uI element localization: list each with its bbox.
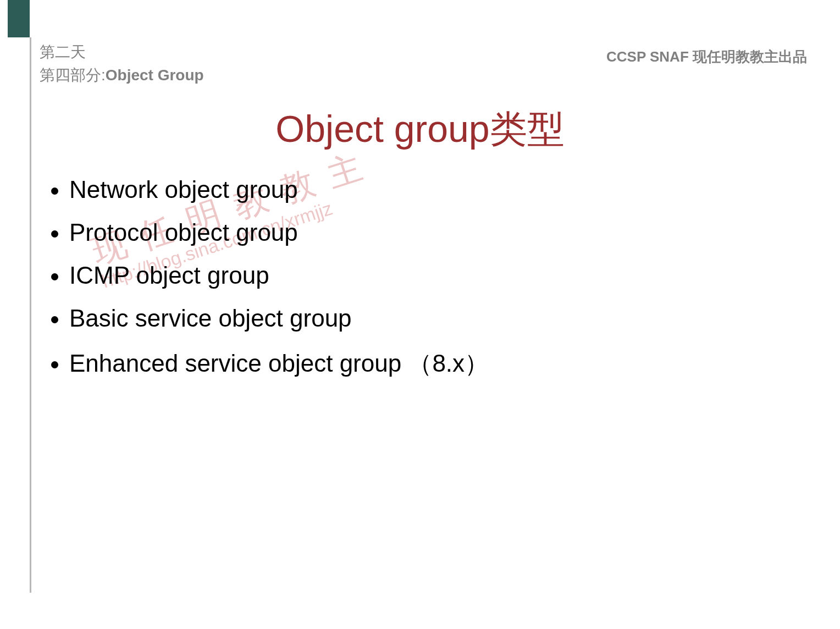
section-prefix: 第四部分: — [40, 67, 106, 84]
day-label: 第二天 — [40, 42, 204, 63]
list-item: Enhanced service object group （8.x） — [69, 347, 489, 380]
course-credit: CCSP SNAF 现任明教教主出品 — [606, 47, 807, 67]
list-item: Protocol object group — [69, 219, 489, 246]
list-item: Basic service object group — [69, 305, 489, 332]
section-label: 第四部分:Object Group — [40, 65, 204, 86]
accent-block — [8, 0, 30, 37]
slide-title: Object group类型 — [0, 104, 840, 155]
list-item: ICMP object group — [69, 262, 489, 289]
list-item: Network object group — [69, 176, 489, 203]
bullet-list: Network object group Protocol object gro… — [53, 176, 489, 395]
header-block: 第二天 第四部分:Object Group — [40, 42, 204, 86]
section-name: Object Group — [106, 67, 204, 84]
